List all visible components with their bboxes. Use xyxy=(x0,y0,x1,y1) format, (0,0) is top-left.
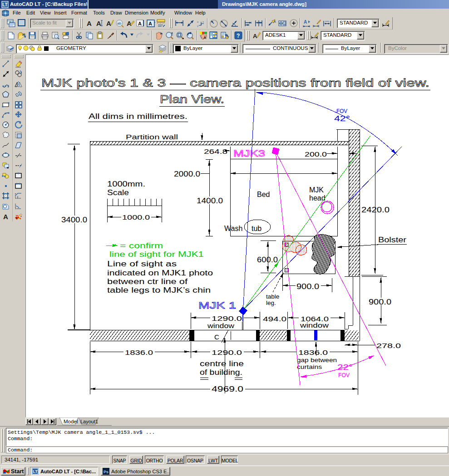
svg-text:of building.: of building. xyxy=(200,368,242,376)
svg-text:264.8: 264.8 xyxy=(204,147,227,155)
svg-text:LT: LT xyxy=(33,469,38,474)
svg-text:= confirm: = confirm xyxy=(120,242,163,250)
svg-text:MJK3: MJK3 xyxy=(233,148,265,158)
svg-text:4969.0: 4969.0 xyxy=(212,385,243,393)
svg-text:Bolster: Bolster xyxy=(378,236,407,244)
svg-text:900.0: 900.0 xyxy=(369,298,391,306)
svg-text:x: x xyxy=(202,20,204,23)
svg-text:A: A xyxy=(274,20,276,23)
svg-text:gap between: gap between xyxy=(297,357,337,363)
svg-text:centre line: centre line xyxy=(200,360,244,368)
svg-text:1290.0: 1290.0 xyxy=(212,314,242,322)
svg-text:o: o xyxy=(197,20,199,23)
svg-text:A: A xyxy=(304,20,307,25)
svg-text:table legs to MJK’s chin: table legs to MJK’s chin xyxy=(107,286,211,294)
svg-text:All dims in millimetres.: All dims in millimetres. xyxy=(89,113,187,120)
svg-text:C: C xyxy=(214,333,219,341)
svg-text:FOV: FOV xyxy=(338,372,350,378)
svg-text:table: table xyxy=(266,293,279,300)
svg-text:A: A xyxy=(3,213,8,221)
svg-text:curtains: curtains xyxy=(297,363,322,370)
svg-text:3400.0: 3400.0 xyxy=(61,216,87,224)
svg-text:tub: tub xyxy=(252,225,262,232)
svg-text:line of sight for MJK1: line of sight for MJK1 xyxy=(109,250,204,258)
svg-text:MJK 1: MJK 1 xyxy=(198,300,236,310)
svg-text:278.0: 278.0 xyxy=(376,342,401,349)
svg-text:A: A xyxy=(253,33,257,39)
svg-text:1400.0: 1400.0 xyxy=(197,197,223,205)
svg-text:MJK photo's 1 & 3 — camera pos: MJK photo's 1 & 3 — camera positions fro… xyxy=(41,77,429,89)
svg-text:A: A xyxy=(106,20,111,27)
svg-text:Scale: Scale xyxy=(107,189,129,196)
svg-text:1836.0: 1836.0 xyxy=(298,348,328,356)
svg-text:A: A xyxy=(203,35,207,39)
svg-text:A: A xyxy=(148,21,152,26)
svg-text:Bed: Bed xyxy=(257,191,270,198)
svg-text:Ps: Ps xyxy=(104,470,109,474)
svg-text:y: y xyxy=(197,25,198,27)
svg-text:A: A xyxy=(96,20,101,27)
svg-text:22°: 22° xyxy=(337,363,353,371)
svg-text:Model: Model xyxy=(64,419,78,424)
svg-text:Line of sight as: Line of sight as xyxy=(107,260,177,268)
svg-text:A: A xyxy=(138,21,142,26)
svg-text:900.0: 900.0 xyxy=(296,283,319,290)
svg-text:leg.: leg. xyxy=(266,299,276,306)
svg-text:1836.0: 1836.0 xyxy=(125,348,153,356)
svg-text:494.0: 494.0 xyxy=(263,315,286,323)
svg-text:2000.0: 2000.0 xyxy=(174,170,200,178)
svg-text:MJK: MJK xyxy=(309,186,324,194)
svg-text:A: A xyxy=(87,20,92,27)
svg-text:Layout1: Layout1 xyxy=(80,419,98,424)
svg-text:42°: 42° xyxy=(334,115,350,123)
svg-text:window: window xyxy=(207,322,234,329)
svg-text:200.0: 200.0 xyxy=(305,150,327,158)
svg-text:between ctr line of: between ctr line of xyxy=(107,278,188,285)
svg-text:600.0: 600.0 xyxy=(257,256,278,264)
svg-text:1290.0: 1290.0 xyxy=(212,348,242,356)
svg-text:ab: ab xyxy=(117,21,121,25)
svg-text:LT: LT xyxy=(2,2,7,7)
svg-text:2420.0: 2420.0 xyxy=(361,206,390,214)
svg-text:1000mm.: 1000mm. xyxy=(107,180,145,188)
svg-text:?: ? xyxy=(237,33,240,39)
svg-text:window: window xyxy=(300,321,329,329)
svg-text:A: A xyxy=(127,20,132,27)
svg-text:Plan View.: Plan View. xyxy=(160,93,224,105)
svg-text:1000.0: 1000.0 xyxy=(122,213,150,221)
svg-text:FOV: FOV xyxy=(336,108,347,114)
svg-text:Wash: Wash xyxy=(224,225,242,232)
svg-text:Partition wall: Partition wall xyxy=(126,133,178,141)
svg-text:indicated on MJK1 photo: indicated on MJK1 photo xyxy=(107,269,213,277)
